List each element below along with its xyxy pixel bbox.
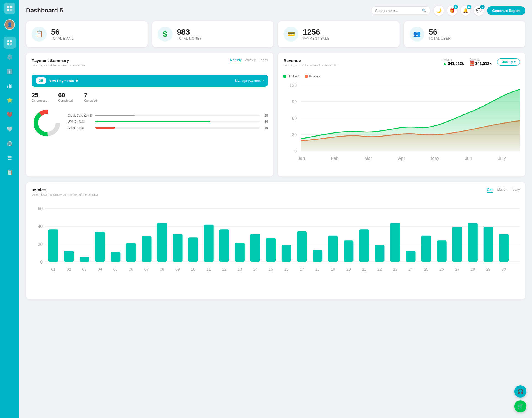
pb-credit-track: [95, 115, 260, 116]
stat-user-label: TOTAL USER: [429, 37, 451, 40]
svg-text:03: 03: [82, 267, 87, 271]
sidebar-logo[interactable]: [4, 3, 15, 14]
svg-text:06: 06: [129, 267, 133, 271]
revenue-monthly-dropdown[interactable]: Monthly ▾: [497, 58, 520, 66]
revenue-label: Revenue: [309, 75, 321, 78]
sidebar-item-print[interactable]: 🖨️: [4, 137, 16, 150]
invoice-tab-day[interactable]: Day: [487, 188, 493, 193]
revenue-chart-svg: 120 90 60 30 0: [283, 81, 520, 170]
pb-upi: UPI ID (41%) 60: [68, 120, 268, 123]
bell-button[interactable]: 🔔 12: [461, 6, 470, 16]
svg-text:0: 0: [294, 149, 297, 154]
bar-23: [390, 223, 400, 262]
stat-money-number: 983: [177, 28, 202, 37]
bar-12: [219, 229, 229, 262]
revenue-header: Revenue Lorem ipsum dolor sit amet, cons…: [283, 58, 520, 71]
bar-22: [375, 245, 384, 262]
svg-text:Feb: Feb: [331, 156, 339, 161]
sidebar-item-analytics[interactable]: [4, 80, 16, 92]
bar-18: [313, 250, 322, 262]
revenue-dot: [305, 75, 308, 78]
manage-payment-link[interactable]: Manage payment >: [235, 79, 264, 83]
svg-text:24: 24: [408, 267, 413, 271]
svg-text:10: 10: [191, 267, 195, 271]
gift-button[interactable]: 🎁 2: [447, 6, 457, 16]
stat-payment-label: PAYMENT SALE: [303, 37, 329, 40]
profit-area: [301, 89, 520, 151]
support-button[interactable]: 🎧: [514, 385, 526, 398]
svg-text:30: 30: [502, 267, 506, 271]
canceled-number: 7: [84, 92, 97, 99]
invoice-subtitle: Lorem ipsum is simply dummy text of the …: [32, 193, 98, 196]
svg-text:05: 05: [113, 267, 118, 271]
bar-13: [235, 243, 245, 262]
header-controls: 🔍 🌙 🎁 2 🔔 12 💬 5 Generate Report: [371, 6, 525, 16]
bar-28: [468, 223, 478, 262]
generate-report-button[interactable]: Generate Report: [487, 6, 525, 15]
svg-text:02: 02: [67, 267, 71, 271]
revenue-legend: Net Profit Revenue: [283, 75, 520, 78]
bar-08: [157, 223, 167, 262]
search-icon: 🔍: [422, 8, 426, 13]
sidebar-item-menu[interactable]: ☰: [4, 152, 16, 164]
svg-text:Jan: Jan: [298, 156, 305, 161]
donut-section: Credit Card (24%) 25 UPI ID (41%) 60: [32, 108, 268, 138]
svg-text:60: 60: [292, 116, 297, 121]
chat-button[interactable]: 💬 5: [474, 6, 484, 16]
new-payments-dot: [76, 80, 78, 82]
svg-text:60: 60: [38, 206, 43, 211]
svg-text:15: 15: [268, 267, 273, 271]
completed-label: Completed: [58, 99, 73, 102]
legend-net-profit: Net Profit: [283, 75, 300, 78]
on-process-number: 25: [32, 92, 47, 99]
svg-text:29: 29: [486, 267, 490, 271]
invoice-tab-today[interactable]: Today: [511, 188, 520, 193]
income-value: $41,512k: [448, 61, 464, 66]
tab-today[interactable]: Today: [259, 58, 268, 63]
pb-upi-fill: [95, 121, 210, 122]
tab-monthly[interactable]: Monthly: [230, 58, 242, 63]
svg-text:26: 26: [439, 267, 444, 271]
dark-mode-toggle[interactable]: 🌙: [434, 6, 444, 16]
svg-rect-4: [7, 40, 9, 42]
page-title: Dashboard 5: [26, 7, 63, 14]
sidebar-item-dashboard[interactable]: [4, 37, 16, 49]
pb-upi-track: [95, 121, 260, 122]
sidebar-item-info[interactable]: ℹ️: [4, 65, 16, 78]
stat-user-number: 56: [429, 28, 451, 37]
sidebar-item-heart[interactable]: ❤️: [4, 109, 16, 121]
stat-card-money: 💲 983 TOTAL MONEY: [152, 21, 274, 47]
pb-credit-val: 25: [262, 114, 268, 117]
bar-27: [452, 227, 462, 262]
svg-text:17: 17: [300, 267, 304, 271]
svg-text:23: 23: [393, 267, 397, 271]
svg-text:20: 20: [346, 267, 351, 271]
pb-upi-label: UPI ID (41%): [68, 120, 93, 123]
bar-30: [499, 234, 509, 262]
svg-text:14: 14: [253, 267, 257, 271]
avatar[interactable]: 👤: [4, 19, 15, 30]
tab-weekly[interactable]: Weekly: [245, 58, 256, 63]
search-box[interactable]: 🔍: [371, 6, 431, 15]
svg-text:09: 09: [175, 267, 180, 271]
expense-value: $41,512k: [475, 61, 492, 66]
invoice-tab-month[interactable]: Month: [497, 188, 507, 193]
invoice-chart-svg: 60 40 20 0: [32, 204, 520, 293]
payment-tabs: Monthly Weekly Today: [230, 58, 268, 63]
svg-text:18: 18: [315, 267, 320, 271]
donut-chart: [32, 108, 62, 138]
sidebar-item-reports[interactable]: 📋: [4, 166, 16, 178]
cart-button[interactable]: 🛒: [514, 400, 526, 412]
svg-rect-9: [9, 84, 10, 88]
invoice-card: Invoice Lorem ipsum is simply dummy text…: [26, 182, 525, 299]
sidebar-item-saved[interactable]: 🤍: [4, 123, 16, 135]
svg-text:16: 16: [284, 267, 288, 271]
revenue-card: Revenue Lorem ipsum dolor sit amet, cons…: [278, 53, 525, 176]
search-input[interactable]: [375, 9, 420, 13]
svg-text:22: 22: [377, 267, 382, 271]
sidebar-item-favorites[interactable]: ⭐: [4, 94, 16, 106]
svg-rect-2: [7, 9, 9, 11]
sidebar-item-settings[interactable]: ⚙️: [4, 51, 16, 63]
svg-rect-5: [10, 40, 12, 42]
bar-03: [80, 257, 89, 262]
